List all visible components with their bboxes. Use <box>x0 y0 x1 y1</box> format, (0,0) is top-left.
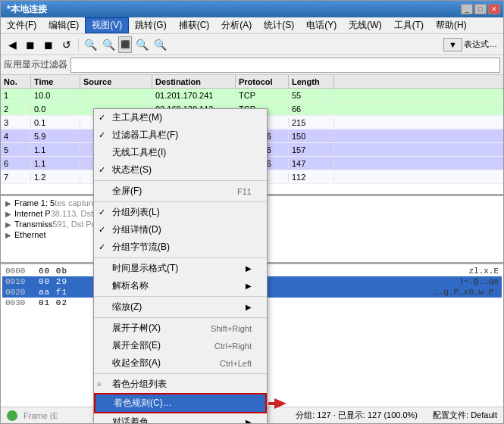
col-time: Time <box>31 75 80 88</box>
toolbar-separator-1 <box>78 38 79 51</box>
table-row[interactable]: 1 10.0 01.201.170.241 TCP 55 <box>1 89 503 102</box>
menu-jump[interactable]: 跳转(G) <box>129 17 172 33</box>
toolbar-back-btn[interactable]: ◀ <box>4 36 20 53</box>
toolbar-forward-btn[interactable]: ◼ <box>22 36 39 53</box>
submenu-arrow: ▶ <box>230 303 252 311</box>
filter-label: 应用显示过滤器 <box>4 58 67 71</box>
toolbar-stop-btn[interactable]: ◼ <box>40 36 57 53</box>
window-title: *本地连接 <box>4 3 47 16</box>
check-icon: ✓ <box>99 225 105 235</box>
menu-time-display[interactable]: 时间显示格式(T) ▶ <box>94 260 267 277</box>
col-no: No. <box>1 75 31 88</box>
menu-color-list[interactable]: ≡ 着色分组列表 <box>94 376 267 393</box>
menu-wireless-toolbar[interactable]: 无线工具栏(I) <box>94 144 267 161</box>
menu-toolbar[interactable]: ✓ 主工具栏(M) <box>94 109 267 126</box>
toolbar: ◀ ◼ ◼ ↺ 🔍 🔍 ⬛ 🔍 🔍 ▼ 表达式… <box>1 34 503 55</box>
frame-status: Frame (E <box>23 411 58 420</box>
menu-zoom[interactable]: 缩放(Z) ▶ <box>94 298 267 316</box>
titlebar: *本地连接 _ □ ✕ <box>1 1 503 17</box>
menu-color-conv[interactable]: 对话着色 ▶ <box>94 413 267 423</box>
toolbar-restart-btn[interactable]: ↺ <box>58 36 75 53</box>
menu-sep <box>94 317 267 318</box>
col-len: Length <box>289 75 334 88</box>
check-icon: ✓ <box>99 130 105 140</box>
stats-text: 分组: 127 · 已显示: 127 (100.0%) <box>296 410 418 421</box>
color-icon: ≡ <box>97 380 102 388</box>
menu-sep <box>94 201 267 202</box>
check-icon: ✓ <box>99 242 105 252</box>
toolbar-btn-9[interactable]: 🔍 <box>152 36 168 53</box>
menu-packet-bytes[interactable]: ✓ 分组字节流(B) <box>94 238 267 256</box>
menu-sep <box>94 257 267 258</box>
detail-text-4: Ethernet <box>14 230 46 239</box>
menu-expand-all[interactable]: 展开全部(E) Ctrl+Right <box>94 337 267 354</box>
expression-label: 表达式… <box>464 39 497 50</box>
toolbar-btn-6[interactable]: 🔍 <box>100 36 117 53</box>
menu-wireless[interactable]: 无线(W) <box>343 17 387 33</box>
toolbar-btn-8[interactable]: 🔍 <box>133 36 150 53</box>
menu-filter-toolbar[interactable]: ✓ 过滤器工具栏(F) <box>94 126 267 144</box>
filterbar: 应用显示过滤器 <box>1 55 503 75</box>
menu-sep <box>94 373 267 374</box>
minimize-button[interactable]: _ <box>461 4 473 14</box>
menu-statusbar[interactable]: ✓ 状态栏(S) <box>94 161 267 179</box>
menubar: 文件(F) 编辑(E) 视图(V) 跳转(G) 捕获(C) 分析(A) 统计(S… <box>1 17 503 34</box>
check-icon: ✓ <box>99 207 105 217</box>
submenu-arrow: ▶ <box>230 282 252 290</box>
submenu-arrow: ▶ <box>230 418 252 423</box>
menu-help[interactable]: 帮助(H) <box>430 17 473 33</box>
maximize-button[interactable]: □ <box>474 4 487 14</box>
toolbar-btn-7[interactable]: ⬛ <box>118 36 132 53</box>
menu-packet-list[interactable]: ✓ 分组列表(L) <box>94 204 267 221</box>
titlebar-buttons: _ □ ✕ <box>461 4 500 14</box>
menu-capture[interactable]: 捕获(C) <box>173 17 216 33</box>
submenu-arrow: ▶ <box>230 264 252 273</box>
menu-sep <box>94 180 267 181</box>
menu-file[interactable]: 文件(F) <box>1 17 42 33</box>
status-indicator <box>7 410 17 421</box>
check-icon: ✓ <box>99 113 105 123</box>
col-dst: Destination <box>152 75 236 88</box>
menu-collapse-all[interactable]: 收起全部(A) Ctrl+Left <box>94 354 267 372</box>
check-icon: ✓ <box>99 165 105 175</box>
menu-name-resolve[interactable]: 解析名称 ▶ <box>94 277 267 295</box>
expand-icon-1[interactable]: ▶ <box>5 199 11 207</box>
col-proto: Protocol <box>236 75 289 88</box>
menu-view[interactable]: 视图(V) <box>85 17 129 33</box>
menu-fullscreen[interactable]: 全屏(F) F11 <box>94 182 267 200</box>
menu-expand-subtrees[interactable]: 展开子树(X) Shift+Right <box>94 320 267 337</box>
menu-tools[interactable]: 工具(T) <box>388 17 430 33</box>
dropdown-arrow[interactable]: ▼ <box>443 38 462 51</box>
config-text: 配置文件: Default <box>433 410 497 421</box>
filter-input[interactable] <box>70 58 500 73</box>
close-button[interactable]: ✕ <box>488 4 500 14</box>
menu-edit[interactable]: 编辑(E) <box>42 17 85 33</box>
main-window: *本地连接 _ □ ✕ 文件(F) 编辑(E) 视图(V) 跳转(G) 捕获(C… <box>0 0 504 424</box>
expand-icon-4[interactable]: ▶ <box>5 231 11 239</box>
view-menu: ✓ 主工具栏(M) ✓ 过滤器工具栏(F) 无线工具栏(I) ✓ 状态栏(S) … <box>93 108 268 423</box>
expand-icon-2[interactable]: ▶ <box>5 210 11 218</box>
menu-analyze[interactable]: 分析(A) <box>215 17 258 33</box>
menu-color-rules[interactable]: 着色规则(C)… <box>94 393 267 413</box>
col-src: Source <box>80 75 152 88</box>
packet-list-header: No. Time Source Destination Protocol Len… <box>1 75 503 89</box>
main-content: No. Time Source Destination Protocol Len… <box>1 75 503 423</box>
menu-phone[interactable]: 电话(Y) <box>300 17 343 33</box>
toolbar-btn-5[interactable]: 🔍 <box>82 36 99 53</box>
menu-sep <box>94 296 267 297</box>
menu-stats[interactable]: 统计(S) <box>258 17 300 33</box>
svg-marker-0 <box>268 398 286 409</box>
arrow-indicator <box>268 398 286 409</box>
menu-packet-detail[interactable]: ✓ 分组详情(D) <box>94 221 267 238</box>
expand-icon-3[interactable]: ▶ <box>5 220 11 229</box>
